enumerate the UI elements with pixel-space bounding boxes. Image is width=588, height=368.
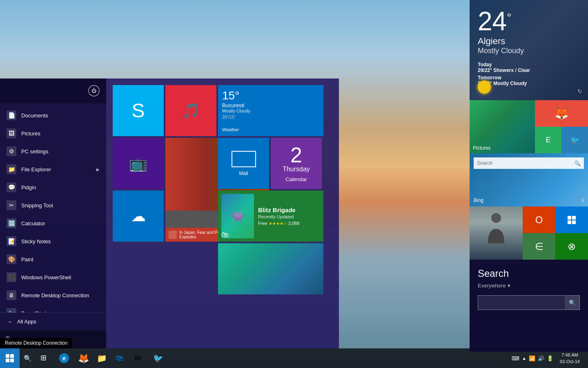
mail-envelope-icon bbox=[232, 151, 256, 167]
menu-item-file-explorer[interactable]: 📁 File Explorer ▶ bbox=[0, 160, 106, 178]
etherpad-tile[interactable]: E bbox=[535, 127, 561, 153]
menu-item-paint-label: Paint bbox=[21, 256, 33, 263]
menu-item-pc-settings-label: PC settings bbox=[21, 148, 48, 155]
tile-onedrive[interactable]: ☁ bbox=[113, 191, 164, 242]
tile-skype[interactable]: S bbox=[113, 85, 164, 136]
calendar-day: 2 bbox=[290, 144, 302, 166]
store-icon: 🛍 bbox=[221, 231, 229, 239]
menu-item-pidgin[interactable]: 💬 Pidgin bbox=[0, 178, 106, 196]
tile-calendar[interactable]: 2 Thursday Calendar bbox=[271, 138, 322, 189]
menu-item-file-explorer-label: File Explorer bbox=[21, 166, 51, 173]
file-explorer-taskbar-icon: 📁 bbox=[97, 353, 107, 363]
menu-item-paint[interactable]: 🎨 Paint bbox=[0, 250, 106, 268]
menu-item-pc-settings[interactable]: ⚙ PC settings bbox=[0, 142, 106, 160]
photo-tile-small[interactable]: 🐦 bbox=[561, 127, 588, 153]
twitter-taskbar-icon: 🐦 bbox=[153, 353, 163, 363]
small-apps-grid: O ∈ ⊗ bbox=[523, 206, 588, 260]
taskbar-search-icon: 🔍 bbox=[24, 355, 32, 362]
small-app-tiles: 🦊 E 🐦 bbox=[535, 100, 588, 153]
game-price-text: Free bbox=[258, 221, 267, 226]
menu-item-documents[interactable]: 📄 Documents bbox=[0, 106, 106, 124]
menu-item-snipping-label: Snipping Tool bbox=[21, 202, 53, 209]
bing-widget: 🔍 Bing ℹ bbox=[470, 153, 588, 206]
weather-forecast: Today 29/22° Showers / Clear Tomorrow 30… bbox=[478, 62, 580, 86]
start-button[interactable] bbox=[0, 348, 20, 368]
bing-search-icon[interactable]: 🔍 bbox=[574, 160, 581, 166]
weather-city: Algiers bbox=[478, 36, 580, 47]
task-view-button[interactable]: ⊞ bbox=[36, 348, 55, 368]
game-reviews: 3,088 bbox=[288, 221, 300, 226]
person-photo-tile[interactable] bbox=[470, 206, 523, 260]
small-bottom-row: E 🐦 bbox=[535, 127, 588, 153]
office-tile[interactable]: O bbox=[523, 206, 555, 233]
search-submit-button[interactable]: 🔍 bbox=[565, 296, 579, 310]
menu-item-sticky-notes[interactable]: 📝 Sticky Notes bbox=[0, 232, 106, 250]
weather-tile-city: Bucuresti bbox=[222, 102, 319, 108]
menu-item-calculator[interactable]: 🔢 Calculator bbox=[0, 214, 106, 232]
menu-item-tweetdeck[interactable]: 🐦 TweetDeck bbox=[0, 304, 106, 312]
pictures-icon: 🖼 bbox=[7, 128, 16, 138]
search-input-area[interactable]: 🔍 bbox=[478, 295, 580, 310]
tile-weather[interactable]: 15° Bucuresti Mostly Cloudy 20°/11° Weat… bbox=[218, 85, 323, 136]
menu-item-remote-desktop[interactable]: 🖥 Remote Desktop Connection bbox=[0, 286, 106, 304]
pictures-row: Pictures 🦊 E 🐦 bbox=[470, 100, 588, 153]
search-scope-selector[interactable]: Everywhere ▾ bbox=[478, 283, 580, 289]
firefox-tile[interactable]: 🦊 bbox=[535, 100, 588, 127]
search-panel: Search Everywhere ▾ 🔍 bbox=[470, 260, 588, 352]
chevron-up-icon[interactable]: ▲ bbox=[522, 356, 526, 361]
file-explorer-icon: 📁 bbox=[7, 164, 16, 174]
email-taskbar-icon: ✉ bbox=[134, 353, 144, 363]
info-icon[interactable]: ℹ bbox=[582, 197, 584, 203]
right-panel: 24° Algiers Mostly Cloudy Today 29/22° S… bbox=[470, 0, 588, 352]
file-explorer-arrow-icon: ▶ bbox=[96, 167, 100, 172]
menu-item-pictures[interactable]: 🖼 Pictures bbox=[0, 124, 106, 142]
store-taskbar-button[interactable]: 🛍 bbox=[111, 348, 130, 368]
tile-mail[interactable]: Mail bbox=[218, 138, 269, 189]
search-input[interactable] bbox=[478, 296, 565, 310]
tomorrow-forecast: Tomorrow 30/19° Mostly Cloudy bbox=[478, 75, 580, 86]
remote-desktop-tooltip-text: Remote Desktop Connection bbox=[5, 340, 67, 346]
pictures-label: Pictures bbox=[473, 145, 490, 151]
snipping-tool-icon: ✂ bbox=[7, 200, 16, 210]
today-label: Today bbox=[478, 62, 492, 67]
news-app-icon bbox=[169, 231, 177, 239]
music-tile-icon: 🎵 bbox=[182, 102, 200, 119]
firefox-taskbar-button[interactable]: 🦊 bbox=[74, 348, 92, 368]
windows-tile[interactable] bbox=[555, 206, 588, 233]
tv-tile-icon: 📺 bbox=[129, 155, 147, 172]
task-view-icon: ⊞ bbox=[40, 353, 50, 363]
menu-item-pidgin-label: Pidgin bbox=[21, 184, 36, 191]
etherpad-tile-2[interactable]: ∈ bbox=[523, 233, 555, 260]
xbox-tile[interactable]: ⊗ bbox=[555, 233, 588, 260]
menu-item-powershell[interactable]: ⬛ Windows PowerShell bbox=[0, 268, 106, 286]
tile-music[interactable]: 🎵 bbox=[165, 85, 216, 136]
taskbar-search-button[interactable]: 🔍 bbox=[20, 350, 36, 366]
all-apps-button[interactable]: → All Apps bbox=[0, 312, 106, 330]
remote-desktop-tooltip: Remote Desktop Connection bbox=[0, 338, 72, 348]
bing-search-bar[interactable]: 🔍 bbox=[474, 157, 584, 169]
menu-item-sticky-notes-label: Sticky Notes bbox=[21, 238, 51, 245]
tile-tv[interactable]: 📺 bbox=[113, 138, 164, 189]
sun-icon bbox=[478, 81, 491, 94]
firefox-icon: 🦊 bbox=[555, 107, 569, 120]
tile-photos[interactable] bbox=[218, 243, 323, 294]
file-explorer-taskbar-button[interactable]: 📁 bbox=[92, 348, 111, 368]
menu-item-snipping[interactable]: ✂ Snipping Tool bbox=[0, 196, 106, 214]
keyboard-icon: ⌨ bbox=[512, 355, 519, 361]
start-user-area: ⏻ bbox=[0, 79, 106, 103]
email-taskbar-button[interactable]: ✉ bbox=[130, 348, 149, 368]
svg-point-0 bbox=[491, 213, 501, 223]
xbox-icon: ⊗ bbox=[568, 241, 576, 252]
paint-icon: 🎨 bbox=[7, 254, 16, 264]
pictures-main-tile[interactable]: Pictures bbox=[470, 100, 535, 153]
battery-icon: 🔋 bbox=[547, 355, 553, 361]
twitter-taskbar-button[interactable]: 🐦 bbox=[149, 348, 167, 368]
power-button[interactable]: ⏻ bbox=[88, 85, 100, 96]
refresh-icon[interactable]: ↻ bbox=[577, 88, 582, 94]
clock-time: 7:46 AM bbox=[561, 352, 578, 358]
tile-game[interactable]: Blitz Brigade Recently Updated Free ★★★★… bbox=[218, 191, 323, 242]
bing-search-input[interactable] bbox=[477, 160, 574, 166]
person-silhouette-icon bbox=[486, 211, 506, 243]
ie-taskbar-button[interactable]: e bbox=[55, 348, 74, 368]
all-apps-label: All Apps bbox=[17, 319, 36, 325]
